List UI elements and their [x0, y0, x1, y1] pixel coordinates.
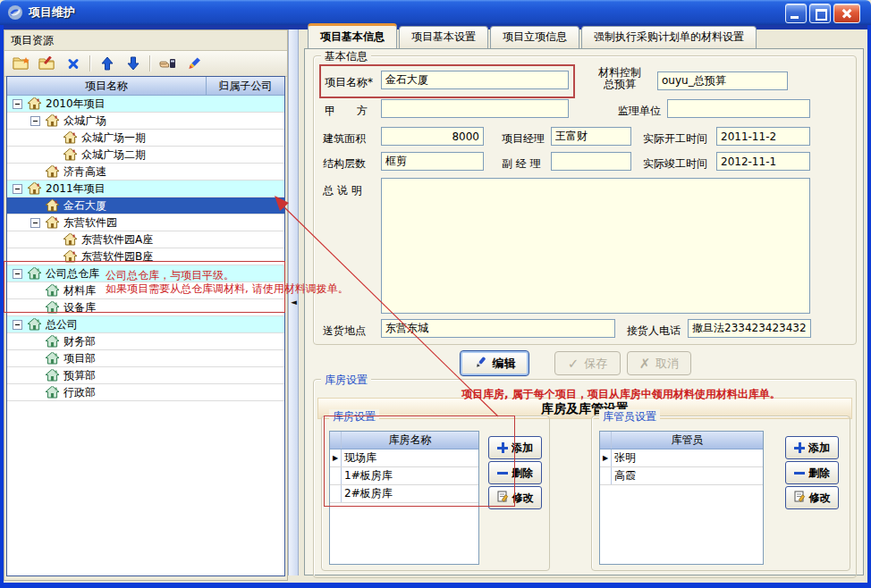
app-icon: [7, 4, 23, 21]
actual-start-input[interactable]: [716, 127, 810, 146]
tree-node[interactable]: 预算部: [7, 367, 284, 384]
collapse-icon[interactable]: [13, 184, 22, 194]
tree-column-header[interactable]: 项目名称 归属子公司: [7, 77, 284, 96]
tree-node[interactable]: 行政部: [7, 384, 284, 401]
warehouse-table-header[interactable]: 库房名称: [330, 432, 478, 449]
tab[interactable]: 项目立项信息: [490, 26, 579, 48]
project-name-label: 项目名称*: [325, 75, 373, 90]
cancel-button[interactable]: ✗ 取消: [627, 351, 691, 375]
warehouse-modify-button[interactable]: 修改: [488, 486, 542, 509]
building-area-input[interactable]: [381, 127, 484, 146]
party-a-input[interactable]: [381, 99, 569, 118]
save-button[interactable]: ✓ 保存: [554, 351, 621, 375]
tree-node[interactable]: 金石大厦: [7, 197, 284, 214]
project-tree: 项目名称 归属子公司 2010年项目: [6, 76, 285, 576]
house-green-icon: [46, 301, 59, 314]
actual-finish-input[interactable]: [716, 152, 810, 171]
supervision-unit-label: 监理单位: [618, 104, 661, 119]
receiver-phone-label: 接货人电话: [627, 323, 681, 339]
warehouse-add-button[interactable]: 添加: [488, 436, 542, 459]
tab[interactable]: 项目基本设置: [399, 26, 488, 48]
structure-floors-input[interactable]: [381, 152, 484, 171]
maximize-button[interactable]: [809, 4, 831, 23]
collapse-icon[interactable]: [13, 99, 22, 109]
warehouse-list-group-title: 库房设置: [329, 409, 379, 424]
pen-icon[interactable]: [183, 54, 203, 73]
keeper-column[interactable]: 库管员: [612, 432, 763, 449]
basic-info-group: 基本信息 项目名称* 材料控制 总预算 甲 方 监理单位 建筑面积 项目经理 实…: [313, 55, 857, 345]
receiver-phone-input[interactable]: [688, 319, 811, 338]
project-manager-label: 项目经理: [502, 131, 545, 147]
collapse-icon[interactable]: [30, 116, 40, 126]
tree-node[interactable]: 济青高速: [7, 164, 284, 181]
general-note-label: 总 说 明: [323, 183, 362, 198]
house-yellow-icon: [28, 97, 41, 110]
keeper-list-group-title: 库管员设置: [599, 409, 660, 424]
minus-icon: [794, 467, 805, 478]
tree-node[interactable]: 众城广场: [7, 113, 284, 130]
material-budget-input[interactable]: [657, 71, 788, 90]
house-yellow-icon: [46, 165, 59, 178]
minimize-button[interactable]: [785, 4, 807, 23]
project-name-input[interactable]: [381, 71, 569, 89]
delete-node-icon[interactable]: [63, 54, 83, 73]
edit-button[interactable]: 编辑: [460, 350, 529, 376]
house-yellow-icon: [63, 131, 77, 144]
tree-node[interactable]: 财务部: [7, 333, 284, 350]
keeper-table-header[interactable]: 库管员: [600, 432, 763, 449]
actual-start-label: 实际开工时间: [643, 131, 707, 147]
keeper-row[interactable]: 高霞: [600, 467, 763, 485]
panel-splitter[interactable]: ◄: [288, 29, 299, 575]
warehouse-name: 现场库: [342, 449, 478, 466]
project-resource-panel: 项目资源 项目名称: [4, 29, 288, 581]
general-note-textarea[interactable]: [381, 178, 810, 314]
project-manager-input[interactable]: [551, 127, 631, 146]
close-button[interactable]: [833, 4, 860, 23]
supervision-unit-input[interactable]: [667, 99, 810, 118]
column-subsidiary[interactable]: 归属子公司: [207, 77, 284, 95]
tree-node[interactable]: 东营软件园A座: [7, 231, 284, 248]
tab-strip: 项目基本信息项目基本设置项目立项信息强制执行采购计划单的材料设置: [308, 28, 758, 48]
edit-node-icon[interactable]: [38, 54, 57, 73]
tree-node[interactable]: 2011年项目: [7, 181, 284, 197]
column-project-name[interactable]: 项目名称: [7, 77, 207, 95]
tree-node[interactable]: 东营软件园: [7, 214, 284, 231]
select-hand-icon[interactable]: [157, 54, 177, 73]
tree-node[interactable]: 众城广场一期: [7, 130, 284, 147]
material-budget-label: 材料控制 总预算: [588, 67, 652, 90]
tree-node[interactable]: 众城广场二期: [7, 147, 284, 164]
warehouse-remove-button[interactable]: 删除: [488, 461, 542, 484]
collapse-icon[interactable]: [13, 269, 22, 279]
house-green-icon: [46, 335, 59, 348]
tree-node[interactable]: 项目部: [7, 350, 284, 367]
collapse-icon[interactable]: [30, 218, 40, 228]
collapse-icon[interactable]: [13, 320, 22, 330]
tree-node[interactable]: 总公司: [7, 316, 284, 333]
keeper-row[interactable]: ▶ 张明: [600, 449, 763, 467]
warehouse-row[interactable]: 2#板房库: [330, 485, 478, 503]
tree-node[interactable]: 材料库: [7, 282, 284, 299]
keeper-modify-button[interactable]: 修改: [785, 486, 839, 509]
tree-node-label: 行政部: [63, 385, 96, 400]
warehouse-row[interactable]: ▶ 现场库: [330, 449, 478, 467]
warehouse-name-column[interactable]: 库房名称: [342, 432, 478, 449]
tree-node[interactable]: 设备库: [7, 299, 284, 316]
delivery-place-input[interactable]: [381, 319, 615, 338]
splitter-collapse-icon[interactable]: ◄: [291, 298, 297, 307]
keeper-remove-button[interactable]: 删除: [785, 461, 839, 484]
tree-node-label: 东营软件园: [63, 215, 117, 231]
tree-node[interactable]: 东营软件园B座: [7, 248, 284, 265]
tab[interactable]: 强制执行采购计划单的材料设置: [581, 26, 757, 48]
deputy-manager-input[interactable]: [551, 152, 631, 171]
move-up-icon[interactable]: [97, 54, 117, 73]
move-down-icon[interactable]: [123, 54, 143, 73]
house-yellow-icon: [63, 148, 77, 161]
tab[interactable]: 项目基本信息: [308, 23, 397, 48]
keeper-list-group: 库管员设置 库管员 ▶ 张明 高霞 添加 删除: [591, 416, 850, 571]
tree-node[interactable]: 2010年项目: [7, 96, 284, 113]
warehouse-row[interactable]: 1#板房库: [330, 467, 478, 485]
tree-node[interactable]: 公司总仓库: [7, 265, 284, 282]
keeper-add-button[interactable]: 添加: [785, 436, 839, 459]
add-node-icon[interactable]: [12, 54, 31, 73]
house-green-icon: [46, 284, 59, 297]
